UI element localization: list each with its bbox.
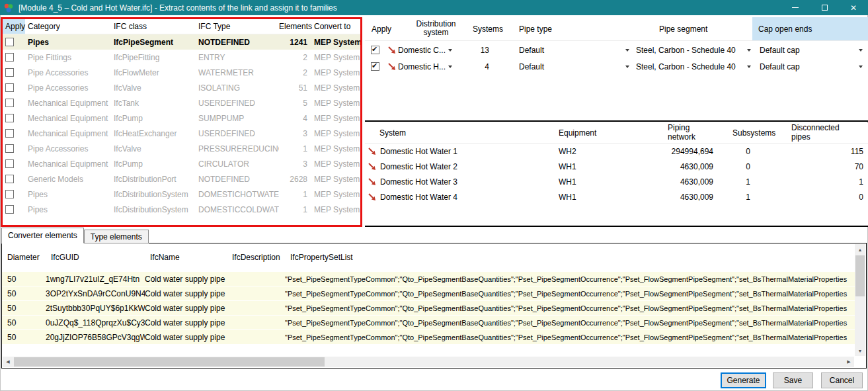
apply-checkbox[interactable] <box>5 83 14 92</box>
chevron-down-icon[interactable] <box>623 49 632 52</box>
table-row[interactable]: Pipes IfcDistributionSystem DOMESTICHOTW… <box>3 187 360 202</box>
scroll-up-icon[interactable]: ▲ <box>855 244 865 255</box>
cap-open-ends-combo[interactable]: Default cap <box>754 62 868 71</box>
scrollbar-thumb[interactable] <box>14 357 325 367</box>
scrollbar-thumb[interactable] <box>855 255 865 296</box>
cap-open-ends-combo[interactable]: Default cap <box>754 46 868 55</box>
column-header-category[interactable]: Category <box>25 22 114 31</box>
generate-button[interactable]: Generate <box>721 372 766 388</box>
column-header-disconnected-pipes[interactable]: Disconnected pipes <box>791 124 848 142</box>
maximize-button[interactable] <box>810 0 839 15</box>
column-header-elements[interactable]: Elements <box>279 22 307 31</box>
column-header-systems[interactable]: Systems <box>473 24 503 34</box>
table-row[interactable]: Domestic Hot Water 1 WH2 294994,694 0 11… <box>365 144 868 159</box>
minimize-button[interactable] <box>781 0 810 15</box>
table-row[interactable]: Pipes IfcPipeSegment NOTDEFINED 1241 MEP… <box>3 34 360 50</box>
apply-checkbox[interactable] <box>5 53 14 62</box>
column-header-subsystems[interactable]: Subsystems <box>732 128 775 138</box>
chevron-down-icon[interactable] <box>623 65 632 68</box>
column-header-apply[interactable]: Apply <box>372 24 391 34</box>
column-header-pipe-segment[interactable]: Pipe segment <box>659 24 707 34</box>
column-header-system[interactable]: System <box>379 128 406 138</box>
column-header-cap-open-ends[interactable]: Cap open ends <box>752 17 868 40</box>
tab-type-elements[interactable]: Type elements <box>84 230 149 243</box>
subsystems-cell: 0 <box>713 147 750 156</box>
table-row[interactable]: 50 3OP2tYxSnDA9rCConU9N4i Cold water sup… <box>2 286 855 301</box>
chevron-down-icon[interactable] <box>856 65 865 68</box>
table-row[interactable]: 50 0uJZQq$_118QprqzXu$Cy3 Cold water sup… <box>2 316 855 330</box>
apply-checkbox[interactable] <box>5 190 14 198</box>
table-row[interactable]: Pipe Accessories IfcFlowMeter WATERMETER… <box>3 65 360 80</box>
table-row[interactable]: Domestic Hot Water 4 WH1 4630,009 1 0 <box>365 189 868 204</box>
table-row[interactable]: 50 20gJjZIOP76B58GPcV3qgW Cold water sup… <box>2 330 855 345</box>
scroll-right-icon[interactable]: ▶ <box>844 357 854 367</box>
table-row[interactable]: Domestic H... 4 Default Steel, Carbon - … <box>365 59 868 74</box>
pipe-segment-combo[interactable]: Steel, Carbon - Schedule 40 <box>632 46 754 55</box>
apply-checkbox[interactable] <box>5 129 14 138</box>
distribution-system-combo[interactable]: Domestic H... <box>398 62 455 71</box>
column-header-apply[interactable]: Apply <box>3 19 25 34</box>
apply-cell <box>365 62 385 71</box>
table-row[interactable]: Mechanical Equipment IfcHeatExchanger US… <box>3 126 360 141</box>
pipe-segment-combo[interactable]: Steel, Carbon - Schedule 40 <box>632 62 754 71</box>
column-header-ifcguid[interactable]: IfcGUID <box>51 253 79 262</box>
column-header-ifcdescription[interactable]: IfcDescription <box>232 253 280 262</box>
table-row[interactable]: Pipe Fittings IfcPipeFitting ENTRY 2 MEP… <box>3 50 360 65</box>
table-row[interactable]: Domestic Hot Water 3 WH1 4630,009 1 1 <box>365 174 868 189</box>
table-row[interactable]: Mechanical Equipment IfcTank USERDEFINED… <box>3 95 360 110</box>
apply-cell <box>3 187 25 202</box>
pipe-type-combo[interactable]: Default <box>514 46 632 55</box>
scroll-down-icon[interactable]: ▼ <box>855 345 865 356</box>
diameter-cell: 50 <box>2 289 46 298</box>
apply-checkbox[interactable] <box>5 144 14 153</box>
pipe-type-combo[interactable]: Default <box>514 62 632 71</box>
column-header-convert-to[interactable]: Convert to <box>307 22 360 31</box>
chevron-down-icon[interactable] <box>446 49 455 52</box>
table-row[interactable]: 50 1wng7LI7v21uIZ_qE74Htn Cold water sup… <box>2 272 855 286</box>
apply-checkbox[interactable] <box>5 38 14 46</box>
apply-checkbox[interactable] <box>5 68 14 77</box>
column-header-ifc-class[interactable]: IFC class <box>114 22 198 31</box>
table-row[interactable]: Pipe Accessories IfcValve PRESSUREREDUCI… <box>3 141 360 156</box>
apply-checkbox[interactable] <box>371 46 379 54</box>
table-row[interactable]: Pipe Accessories IfcValve ISOLATING 51 M… <box>3 80 360 95</box>
column-header-distribution-system[interactable]: Distribution system <box>411 20 461 38</box>
column-header-ifcpropertysetlist[interactable]: IfcPropertySetList <box>290 253 353 262</box>
cancel-button[interactable]: Cancel <box>821 372 863 388</box>
table-row[interactable]: Domestic Hot Water 2 WH1 4630,009 0 70 <box>365 159 868 174</box>
apply-checkbox[interactable] <box>5 205 14 214</box>
column-header-ifcname[interactable]: IfcName <box>150 253 180 262</box>
chevron-down-icon[interactable] <box>744 65 754 68</box>
table-row[interactable]: Mechanical Equipment IfcPump SUMPPUMP 4 … <box>3 110 360 126</box>
category-cell: Mechanical Equipment <box>25 114 114 123</box>
chevron-down-icon[interactable] <box>856 49 865 52</box>
tab-converter-elements[interactable]: Converter elements <box>1 228 84 243</box>
column-header-diameter[interactable]: Diameter <box>7 253 40 262</box>
table-row[interactable]: Domestic C... 13 Default Steel, Carbon -… <box>365 42 868 58</box>
chevron-down-icon[interactable] <box>446 65 455 68</box>
table-row[interactable]: Pipes IfcDistributionSystem DOMESTICCOLD… <box>3 202 360 217</box>
vertical-scrollbar[interactable]: ▲ ▼ <box>855 244 865 356</box>
apply-checkbox[interactable] <box>5 159 14 168</box>
distribution-system-combo[interactable]: Domestic C... <box>398 46 455 55</box>
chevron-down-icon[interactable] <box>744 49 754 52</box>
apply-checkbox[interactable] <box>5 114 14 122</box>
scroll-left-icon[interactable]: ◀ <box>3 357 13 367</box>
column-header-ifc-type[interactable]: IFC Type <box>198 22 279 31</box>
elements-cell: 51 <box>279 83 307 93</box>
save-button[interactable]: Save <box>773 372 813 388</box>
close-button[interactable]: ✕ <box>839 0 868 15</box>
table-row[interactable]: Mechanical Equipment IfcPump CIRCULATOR … <box>3 156 360 171</box>
column-header-pipe-type[interactable]: Pipe type <box>519 24 552 34</box>
table-row[interactable]: 50 2tSuytbbb30PqUY$6p1KkW Cold water sup… <box>2 301 855 316</box>
apply-checkbox[interactable] <box>5 175 14 183</box>
table-row[interactable]: Generic Models IfcDistributionPort NOTDE… <box>3 171 360 187</box>
horizontal-scrollbar[interactable]: ◀ ▶ <box>3 357 854 367</box>
pipe-system-icon <box>385 62 398 71</box>
apply-checkbox[interactable] <box>5 99 14 107</box>
apply-checkbox[interactable] <box>371 62 379 71</box>
ifcname-cell: Cold water supply pipe <box>145 275 227 284</box>
systems-table: System Equipment Piping network Subsyste… <box>365 123 868 227</box>
column-header-piping-network[interactable]: Piping network <box>668 124 707 142</box>
column-header-equipment[interactable]: Equipment <box>559 128 596 138</box>
